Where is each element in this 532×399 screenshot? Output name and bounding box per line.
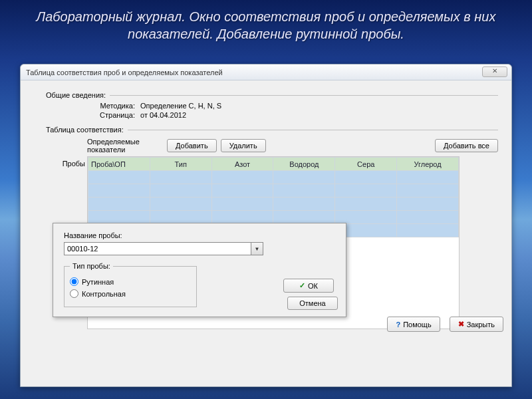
table-row[interactable] <box>88 211 459 224</box>
th-4: Сера <box>335 158 397 171</box>
section-correspond: Таблица соответствия: <box>46 126 498 134</box>
slide-title: Лабораторный журнал. Окно соответствия п… <box>0 0 532 47</box>
table-row[interactable] <box>88 171 459 184</box>
ok-button[interactable]: ✓ ОК <box>283 279 334 293</box>
cancel-button[interactable]: Отмена <box>287 297 338 310</box>
page-key: Страница: <box>87 111 140 119</box>
add-column-button[interactable]: Добавить <box>167 139 217 152</box>
section-general-label: Общие сведения: <box>46 91 106 99</box>
table-row[interactable] <box>88 198 459 211</box>
columns-toolbar: Определяемые показатели Добавить Удалить… <box>87 138 498 154</box>
delete-column-button[interactable]: Удалить <box>221 139 266 152</box>
close-icon: ✕ <box>492 67 497 74</box>
kv-method: Методика: Определение C, H, N, S <box>87 102 498 110</box>
radio-control-label: Контрольная <box>82 290 126 298</box>
help-button[interactable]: ? Помощь <box>387 317 440 332</box>
th-2: Азот <box>211 158 273 171</box>
cancel-label: Отмена <box>299 299 325 307</box>
radio-routine[interactable]: Рутинная <box>70 277 191 286</box>
radio-control[interactable]: Контрольная <box>70 289 191 298</box>
page-value: от 04.04.2012 <box>140 111 186 119</box>
sample-name-combo[interactable]: ▼ <box>64 242 263 255</box>
ok-label: ОК <box>308 282 318 290</box>
close-label: Закрыть <box>467 321 495 329</box>
close-icon: ✖ <box>458 320 464 329</box>
th-5: Углерод <box>397 158 459 171</box>
slide-title-em: Лабораторный журнал. <box>37 9 186 24</box>
window-content: Общие сведения: Методика: Определение C,… <box>21 80 511 336</box>
th-0: Проба\ОП <box>88 158 150 171</box>
add-all-button[interactable]: Добавить все <box>435 139 498 152</box>
add-sample-dialog: Название пробы: ▼ Тип пробы: Рутинная Ко… <box>53 223 346 317</box>
th-1: Тип <box>150 158 211 171</box>
rows-label: Пробы <box>52 160 85 168</box>
window-close-button[interactable]: ✕ <box>482 66 507 77</box>
divider <box>110 95 498 96</box>
dialog-buttons: ✓ ОК Отмена <box>283 279 338 310</box>
table-row[interactable] <box>88 184 459 198</box>
titlebar: Таблица соответствия проб и определяемых… <box>21 65 511 80</box>
help-icon: ? <box>396 321 400 329</box>
sample-name-input[interactable] <box>64 242 251 255</box>
kv-page: Страница: от 04.04.2012 <box>87 111 498 119</box>
sample-name-label: Название пробы: <box>64 231 338 239</box>
method-key: Методика: <box>87 102 140 110</box>
sample-type-legend: Тип пробы: <box>70 262 113 270</box>
table-header-row: Проба\ОП Тип Азот Водород Сера Углерод <box>88 158 459 171</box>
close-button[interactable]: ✖ Закрыть <box>450 317 503 332</box>
sample-type-group: Тип пробы: Рутинная Контрольная <box>64 262 197 307</box>
window-title: Таблица соответствия проб и определяемых… <box>26 68 223 76</box>
radio-routine-input[interactable] <box>70 277 78 286</box>
chevron-down-icon[interactable]: ▼ <box>251 242 263 255</box>
method-value: Определение C, H, N, S <box>140 102 221 110</box>
section-general: Общие сведения: <box>46 91 498 99</box>
divider <box>128 130 498 130</box>
radio-control-input[interactable] <box>70 289 78 298</box>
columns-label: Определяемые показатели <box>87 138 167 154</box>
check-icon: ✓ <box>299 281 305 290</box>
help-label: Помощь <box>403 321 432 329</box>
window-footer: ? Помощь ✖ Закрыть <box>387 317 503 332</box>
radio-routine-label: Рутинная <box>82 278 114 286</box>
section-correspond-label: Таблица соответствия: <box>46 126 124 134</box>
main-window: Таблица соответствия проб и определяемых… <box>20 64 512 387</box>
th-3: Водород <box>273 158 335 171</box>
